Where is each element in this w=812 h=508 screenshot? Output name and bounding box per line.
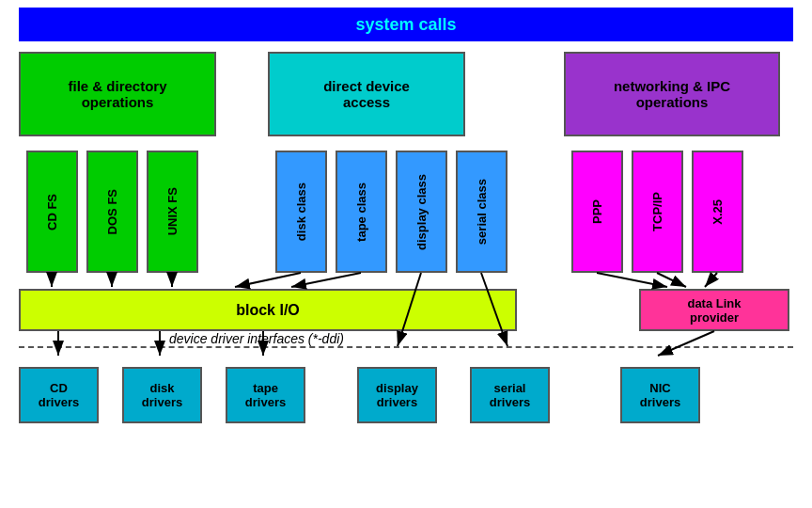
arrow-datalink-to-nic: [658, 331, 714, 356]
diagram: system calls file & directoryoperations …: [0, 0, 812, 508]
category-file-label: file & directoryoperations: [68, 78, 166, 110]
system-calls-label: system calls: [355, 15, 456, 35]
driver-tape-box: tapedrivers: [226, 367, 305, 423]
driver-cd-box: CDdrivers: [19, 367, 99, 423]
device-display-box: display class: [396, 151, 447, 273]
category-device-label: direct deviceaccess: [323, 78, 410, 110]
driver-display-box: displaydrivers: [357, 367, 437, 423]
driver-disk-group: diskdrivers: [122, 367, 202, 423]
net-x25-label: X.25: [710, 199, 725, 225]
device-disk-label: disk class: [294, 183, 308, 241]
driver-cd-label: CDdrivers: [39, 381, 79, 409]
category-device: direct deviceaccess: [268, 52, 465, 136]
net-ppp-label: PPP: [590, 199, 604, 224]
driver-nic-group: NICdrivers: [620, 367, 700, 423]
fs-unix-box: UNIX FS: [147, 151, 198, 273]
driver-tape-group: tapedrivers: [226, 367, 305, 423]
driver-disk-label: diskdrivers: [142, 381, 182, 409]
category-network: networking & IPCoperations: [564, 52, 780, 136]
fs-cd-box: CD FS: [26, 151, 78, 273]
driver-tape-label: tapedrivers: [245, 381, 286, 409]
driver-display-label: displaydrivers: [376, 381, 418, 409]
ddi-label: device driver interfaces (*-ddi): [169, 331, 344, 346]
device-serial-box: serial class: [456, 151, 508, 273]
driver-serial-group: serialdrivers: [470, 367, 550, 423]
driver-display-group: displaydrivers: [357, 367, 437, 423]
data-link-box: data Linkprovider: [639, 289, 789, 331]
driver-nic-label: NICdrivers: [640, 381, 680, 409]
system-calls-bar: system calls: [19, 8, 793, 41]
fs-dos-label: DOS FS: [105, 189, 119, 234]
device-tape-box: tape class: [336, 151, 387, 273]
fs-cd-label: CD FS: [45, 194, 59, 230]
category-file: file & directoryoperations: [19, 52, 216, 136]
category-network-label: networking & IPCoperations: [614, 78, 730, 110]
arrow-tcpip-to-datalink: [657, 273, 686, 287]
data-link-label: data Linkprovider: [687, 296, 741, 325]
device-disk-box: disk class: [275, 151, 327, 273]
arrow-disk-to-blockio: [235, 273, 301, 287]
driver-serial-label: serialdrivers: [490, 381, 530, 409]
fs-unix-label: UNIX FS: [165, 187, 180, 235]
driver-serial-box: serialdrivers: [470, 367, 550, 423]
device-tape-label: tape class: [354, 183, 368, 242]
arrow-ppp-to-datalink: [597, 273, 667, 287]
block-io-label: block I/O: [236, 302, 300, 319]
net-tcpip-box: TCP/IP: [632, 151, 683, 273]
arrow-tape-to-blockio: [291, 273, 361, 287]
net-x25-box: X.25: [692, 151, 743, 273]
driver-disk-box: diskdrivers: [122, 367, 202, 423]
driver-nic-box: NICdrivers: [620, 367, 700, 423]
fs-dos-box: DOS FS: [86, 151, 138, 273]
block-io-box: block I/O: [19, 289, 517, 331]
device-serial-label: serial class: [475, 179, 489, 245]
device-display-label: display class: [414, 174, 429, 250]
ddi-line: [19, 346, 793, 348]
net-tcpip-label: TCP/IP: [650, 192, 664, 231]
arrow-x25-to-datalink: [705, 273, 717, 287]
driver-cd-group: CDdrivers: [19, 367, 99, 423]
net-ppp-box: PPP: [571, 151, 623, 273]
